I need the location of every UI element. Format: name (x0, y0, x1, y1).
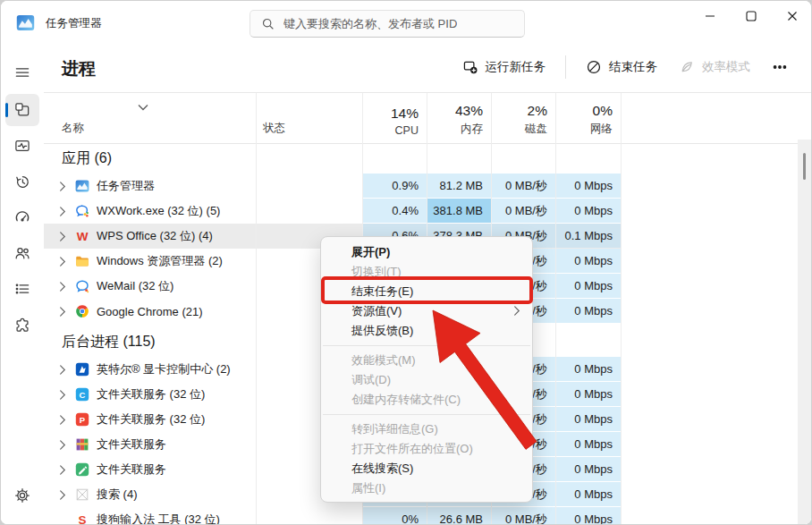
process-name: WXWork.exe (32 位) (5) (97, 203, 220, 219)
disk-cell: 0 MB/秒 (491, 174, 555, 198)
process-name: 文件关联服务 (97, 461, 166, 478)
net-value: 0 Mbps (574, 204, 613, 217)
sidebar-item-startup-apps[interactable] (5, 201, 39, 233)
column-header-name[interactable]: 名称 (44, 93, 256, 143)
menu-item-provide-feedback[interactable]: 提供反馈(B) (321, 321, 532, 341)
process-name-cell: WXWork.exe (32 位) (5) (44, 199, 256, 224)
window-title: 任务管理器 (46, 16, 102, 31)
end-task-button[interactable]: 结束任务 (577, 54, 666, 80)
sidebar-item-processes[interactable] (5, 94, 39, 126)
expand-chevron-icon[interactable] (59, 305, 68, 318)
file-rar-icon (75, 437, 89, 452)
expand-chevron-icon[interactable] (59, 180, 68, 192)
wps-icon: W (75, 229, 89, 243)
sogou-icon: S (75, 512, 89, 524)
net-cell: 0.1 Mbps (555, 224, 621, 248)
process-row[interactable]: WXWork.exe (32 位) (5)0.4%381.8 MB0 MB/秒0… (44, 199, 621, 224)
expand-chevron-icon[interactable] (59, 438, 68, 451)
sidebar (1, 46, 44, 524)
expand-chevron-icon[interactable] (59, 255, 68, 267)
chrome-icon (75, 304, 89, 318)
sidebar-item-app-history[interactable] (5, 165, 39, 198)
menu-item-expand[interactable]: 展开(P) (321, 242, 532, 262)
menu-item-label: 打开文件所在的位置(O) (351, 441, 473, 457)
expand-chevron-icon[interactable] (59, 363, 68, 376)
close-button[interactable] (772, 1, 812, 31)
prohibit-icon (586, 59, 602, 75)
more-icon (772, 59, 788, 75)
menu-item-label: 结束任务(E) (351, 284, 413, 300)
process-name: WPS Office (32 位) (4) (97, 228, 213, 244)
net-value: 0 Mbps (574, 512, 613, 524)
menu-item-switch-to: 切换到(T) (321, 262, 532, 282)
toolbar-divider (565, 55, 566, 79)
process-name: 文件关联服务 (32 位) (97, 386, 205, 402)
process-name-cell: 英特尔® 显卡控制中心 (2) (44, 357, 256, 382)
process-name: 英特尔® 显卡控制中心 (2) (97, 361, 231, 377)
more-options-button[interactable] (763, 54, 797, 80)
cpu-cell: 0.9% (362, 174, 427, 198)
process-name-cell: 文件关联服务 (44, 432, 256, 457)
sidebar-item-settings[interactable] (5, 479, 39, 512)
search-input[interactable]: 键入要搜索的名称、发布者或 PID (250, 10, 525, 38)
menu-item-end-task[interactable]: 结束任务(E) (321, 282, 532, 301)
column-header-network[interactable]: 0% 网络 (555, 93, 621, 143)
net-cell: 0 Mbps (555, 507, 621, 524)
disk-value: 0 MB/秒 (505, 203, 547, 219)
process-row[interactable]: 任务管理器0.9%81.2 MB0 MB/秒0 Mbps (44, 174, 621, 199)
selected-accent-pill (5, 103, 8, 117)
scrollbar-thumb[interactable] (803, 153, 806, 180)
minimize-button[interactable] (689, 1, 731, 31)
column-header-disk[interactable]: 2% 磁盘 (491, 93, 555, 143)
search-placeholder: 键入要搜索的名称、发布者或 PID (283, 16, 457, 32)
maximize-button[interactable] (731, 1, 772, 31)
toolbar: 进程 运行新任务结束任务效率模式 (44, 46, 811, 93)
services-icon (13, 316, 31, 334)
expand-chevron-icon[interactable] (59, 388, 68, 401)
performance-icon (13, 137, 31, 155)
expand-chevron-icon[interactable] (59, 280, 68, 292)
column-header-cpu[interactable]: 14% CPU (362, 93, 427, 143)
process-name-cell: S搜狗输入法 工具 (32 位) (44, 507, 256, 524)
mem-value: 381.8 MB (433, 204, 483, 217)
disk-value: 0 MB/秒 (505, 512, 547, 525)
run-new-task-button[interactable]: 运行新任务 (453, 54, 555, 80)
search-icon (261, 17, 275, 30)
menu-item-properties: 属性(I) (321, 478, 532, 498)
cpu-cell: 0% (362, 507, 427, 524)
sidebar-item-details[interactable] (5, 273, 39, 305)
process-name-cell: 文件关联服务 (44, 457, 256, 482)
column-header-status[interactable]: 状态 (256, 93, 362, 143)
section-heading: 应用 (6) (44, 144, 811, 174)
window-controls (689, 1, 812, 31)
sidebar-item-services[interactable] (5, 309, 39, 341)
expand-chevron-icon[interactable] (59, 205, 68, 217)
expand-chevron-icon[interactable] (59, 230, 68, 242)
net-cell: 0 Mbps (555, 357, 621, 381)
column-header-memory[interactable]: 43% 内存 (427, 93, 491, 143)
titlebar: 任务管理器 键入要搜索的名称、发布者或 PID (1, 1, 812, 46)
process-name-cell: C文件关联服务 (32 位) (44, 382, 256, 407)
sidebar-item-users[interactable] (5, 237, 39, 269)
cpu-value: 0.4% (392, 204, 419, 217)
expand-chevron-icon[interactable] (59, 463, 68, 476)
menu-item-search-online[interactable]: 在线搜索(S) (321, 459, 532, 478)
vertical-scrollbar[interactable] (798, 140, 811, 524)
cpu-cell: 0.4% (362, 199, 427, 223)
net-cell: 0 Mbps (555, 457, 621, 481)
disk-value: 0 MB/秒 (505, 178, 547, 194)
new-task-icon (462, 59, 478, 75)
net-cell: 0 Mbps (555, 249, 621, 273)
sidebar-item-performance[interactable] (5, 130, 39, 162)
process-name: WeMail (32 位) (97, 278, 173, 294)
net-value: 0 Mbps (574, 179, 613, 192)
minimize-icon (705, 11, 715, 21)
expand-chevron-icon[interactable] (59, 488, 68, 501)
submenu-chevron-icon (513, 305, 520, 318)
menu-item-create-memory-dump-file: 创建内存转储文件(C) (321, 390, 532, 410)
menu-item-resource-values[interactable]: 资源值(V) (321, 301, 532, 321)
process-row[interactable]: S搜狗输入法 工具 (32 位)0%26.6 MB0 MB/秒0 Mbps (44, 507, 621, 524)
sidebar-item-menu[interactable] (5, 56, 39, 89)
expand-chevron-icon[interactable] (59, 413, 68, 426)
net-cell: 0 Mbps (555, 174, 621, 198)
